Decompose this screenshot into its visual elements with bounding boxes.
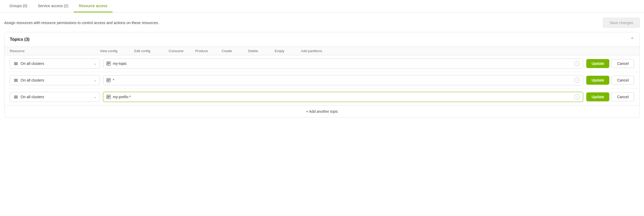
svg-rect-0 [14,62,18,63]
svg-rect-8 [14,80,18,81]
column-headers: Resource View config Edit config Consume… [5,47,639,55]
table-row: On all clusters ⌄ i Update Cancel [5,72,639,89]
section-header: Topics (3) ⌃ [5,32,639,47]
svg-rect-5 [107,63,110,64]
add-topic-button[interactable]: + Add another topic [306,109,338,114]
collapse-icon[interactable]: ⌃ [630,37,634,42]
section-title: Topics (3) [10,37,29,42]
svg-rect-7 [14,79,18,80]
col-produce: Produce [195,49,222,53]
topic-resource-icon [106,61,111,66]
cancel-button-2[interactable]: Cancel [611,76,634,85]
svg-rect-2 [14,64,18,65]
update-button-2[interactable]: Update [586,76,609,85]
topic-input-2[interactable]: i [103,75,583,85]
tab-groups[interactable]: Groups (0) [4,0,33,12]
cluster-label-3: On all clusters [21,95,44,99]
topic-resource-icon [106,95,111,99]
col-edit-config: Edit config [134,49,169,53]
cancel-button-3[interactable]: Cancel [611,92,634,101]
table-row: On all clusters ⌄ i Update Cancel [5,89,639,105]
chevron-down-icon: ⌄ [94,62,96,65]
topic-input-field-3[interactable] [113,95,572,99]
svg-rect-18 [107,96,110,96]
tab-service-access[interactable]: Service access (2) [33,0,74,12]
cluster-label-1: On all clusters [21,61,44,66]
cluster-dropdown-2[interactable]: On all clusters ⌄ [10,75,100,85]
cancel-button-1[interactable]: Cancel [611,59,634,68]
svg-rect-13 [107,81,109,81]
update-button-3[interactable]: Update [586,92,609,101]
topic-input-1[interactable]: i [103,58,583,69]
svg-rect-6 [107,64,109,65]
info-icon-3[interactable]: i [574,94,580,100]
svg-rect-15 [14,97,18,97]
cluster-icon [13,61,19,66]
page-header: Assign resources with resource permissio… [0,12,644,32]
table-row: On all clusters ⌄ i Update Cancel [5,55,639,72]
col-create: Create [222,49,248,53]
svg-rect-12 [107,80,110,80]
info-icon-2[interactable]: i [574,78,580,83]
update-button-1[interactable]: Update [586,59,609,68]
save-changes-button[interactable]: Save changes [603,18,640,28]
col-view-config: View config [100,49,134,53]
chevron-down-icon: ⌄ [94,95,96,99]
svg-rect-19 [107,97,110,97]
cluster-label-2: On all clusters [21,78,44,82]
row-actions-3: Update Cancel [586,92,634,101]
tab-resource-access[interactable]: Resource access [74,0,113,12]
row-actions-2: Update Cancel [586,76,634,85]
col-resource: Resource [10,49,100,53]
svg-rect-16 [14,98,18,98]
svg-rect-20 [107,97,109,98]
svg-rect-11 [107,79,110,80]
add-topic-row: + Add another topic [5,105,639,117]
col-delete: Delete [248,49,275,53]
topic-resource-icon [106,78,111,82]
topics-section: Topics (3) ⌃ Resource View config Edit c… [4,32,640,118]
svg-rect-1 [14,63,18,64]
topic-input-3[interactable]: i [103,92,583,102]
col-add-partitions: Add partitions [301,49,333,53]
svg-rect-4 [107,62,110,63]
chevron-down-icon: ⌄ [94,78,96,82]
row-actions-1: Update Cancel [586,59,634,68]
page-description: Assign resources with resource permissio… [4,21,159,25]
cluster-dropdown-3[interactable]: On all clusters ⌄ [10,92,100,102]
tab-bar: Groups (0) Service access (2) Resource a… [0,0,644,12]
topic-input-field-1[interactable] [113,61,572,66]
cluster-icon [13,94,19,100]
svg-rect-9 [14,81,18,82]
svg-rect-14 [14,96,18,96]
cluster-dropdown-1[interactable]: On all clusters ⌄ [10,58,100,69]
topic-input-field-2[interactable] [113,78,572,82]
col-consume: Consume [169,49,195,53]
info-icon-1[interactable]: i [574,61,580,66]
cluster-icon [13,78,19,83]
col-empty: Empty [275,49,301,53]
